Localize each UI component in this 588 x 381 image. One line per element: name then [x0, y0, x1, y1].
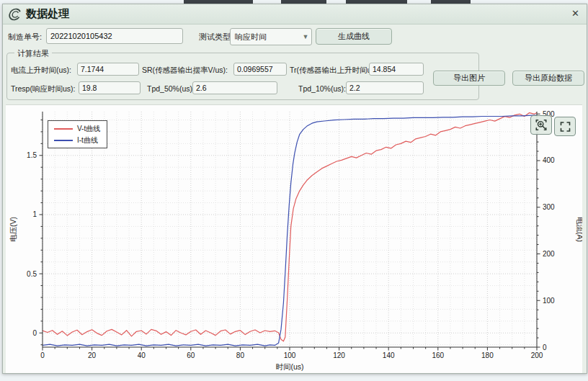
svg-text:180: 180: [481, 351, 494, 359]
svg-text:0: 0: [543, 344, 547, 351]
tpd10-label: Tpd_10%(us):: [298, 84, 346, 93]
legend-entry-vt: V-t曲线: [54, 125, 100, 133]
tpd10-value[interactable]: 2.2: [346, 81, 424, 94]
zoom-area-icon: [534, 118, 548, 132]
export-image-button[interactable]: 导出图片: [433, 71, 505, 86]
svg-text:时间(us): 时间(us): [275, 362, 303, 371]
fullscreen-button[interactable]: [554, 117, 576, 136]
tr-output-rise-label: Tr(传感器输出上升时间us):: [290, 66, 380, 76]
zoom-area-button[interactable]: [530, 115, 552, 135]
svg-text:200: 200: [531, 351, 543, 359]
vt-line-swatch: [54, 128, 73, 130]
current-rise-time-value[interactable]: 7.1744: [77, 63, 139, 76]
screen: 数据处理 ✕ 制造单号: 20221020105432 测试类型: 响应时间 ▼…: [0, 0, 588, 381]
svg-text:电压(V): 电压(V): [9, 217, 17, 242]
svg-text:60: 60: [187, 351, 195, 359]
chart-panel: 02040608010012014016018020000.511.501002…: [6, 104, 582, 373]
fullscreen-icon: [558, 120, 572, 133]
test-type-value: 响应时间: [231, 32, 300, 42]
generate-curve-button[interactable]: 生成曲线: [316, 28, 392, 45]
svg-text:0.5: 0.5: [27, 270, 37, 278]
tr-output-rise-value[interactable]: 14.854: [369, 63, 424, 76]
tpd50-value[interactable]: 2.6: [192, 81, 277, 94]
slew-rate-label: SR(传感器输出摆率V/us):: [142, 66, 228, 76]
tresp-value[interactable]: 19.8: [79, 81, 141, 94]
svg-text:0: 0: [40, 351, 45, 359]
svg-text:140: 140: [383, 351, 395, 359]
data-processing-dialog: 数据处理 ✕ 制造单号: 20221020105432 测试类型: 响应时间 ▼…: [2, 4, 587, 374]
app-logo-icon: [6, 7, 24, 22]
export-raw-data-button[interactable]: 导出原始数据: [512, 71, 584, 86]
test-type-label: 测试类型:: [199, 32, 233, 42]
dialog-titlebar: 数据处理 ✕: [3, 4, 587, 24]
svg-text:120: 120: [333, 351, 345, 359]
close-icon[interactable]: ✕: [571, 8, 579, 19]
svg-text:1.5: 1.5: [27, 151, 37, 159]
it-legend-label: I-t曲线: [77, 136, 98, 144]
order-number-input[interactable]: 20221020105432: [46, 28, 183, 44]
dialog-title: 数据处理: [26, 7, 69, 21]
results-group-title: 计算结果: [14, 48, 52, 59]
chevron-down-icon: ▼: [300, 33, 311, 40]
svg-text:160: 160: [432, 351, 444, 359]
svg-text:80: 80: [236, 351, 245, 359]
order-number-label: 制造单号:: [8, 32, 42, 42]
svg-text:400: 400: [543, 156, 555, 164]
svg-text:40: 40: [138, 351, 146, 359]
tresp-label: Tresp(响应时间us):: [11, 84, 75, 94]
tpd50-label: Tpd_50%(us):: [147, 84, 195, 93]
vt-legend-label: V-t曲线: [77, 125, 100, 133]
it-line-swatch: [54, 140, 73, 141]
svg-text:电流(A): 电流(A): [576, 217, 582, 242]
test-type-select[interactable]: 响应时间 ▼: [230, 28, 312, 45]
chart-legend: V-t曲线 I-t曲线: [48, 120, 107, 148]
slew-rate-value[interactable]: 0.0969557: [233, 63, 287, 76]
current-rise-time-label: 电流上升时间(us):: [11, 66, 71, 76]
svg-text:0: 0: [32, 329, 37, 337]
legend-entry-it: I-t曲线: [54, 136, 100, 144]
svg-text:200: 200: [543, 250, 555, 258]
svg-text:1: 1: [32, 210, 37, 218]
svg-text:100: 100: [543, 297, 555, 305]
svg-text:20: 20: [88, 351, 97, 359]
svg-text:100: 100: [284, 351, 296, 359]
svg-text:300: 300: [543, 203, 555, 211]
